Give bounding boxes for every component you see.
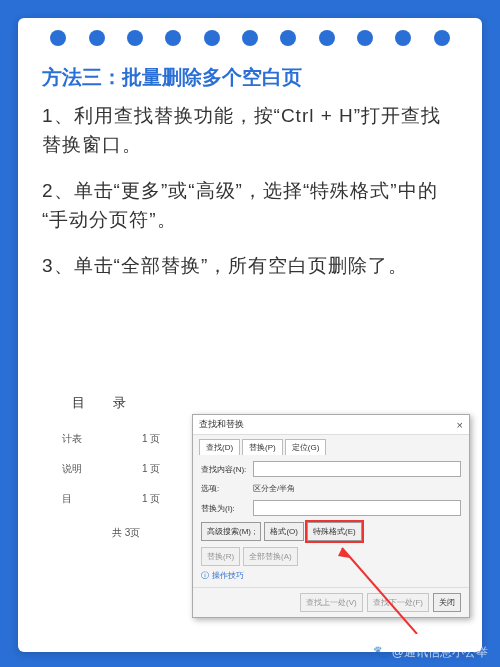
find-replace-dialog: 查找和替换 × 查找(D) 替换(P) 定位(G) 查找内容(N): 选项: 区… <box>192 414 470 618</box>
close-icon[interactable]: × <box>457 419 463 431</box>
dialog-body: 查找内容(N): 选项: 区分全/半角 替换为(I): 高级搜索(M) ; 格式… <box>193 455 469 587</box>
find-input[interactable] <box>253 461 461 477</box>
tab-goto[interactable]: 定位(G) <box>285 439 327 455</box>
find-prev-button[interactable]: 查找上一处(V) <box>300 593 363 612</box>
method-title: 方法三：批量删除多个空白页 <box>42 64 458 91</box>
watermark: 🐾 @通讯信息小公举 <box>373 644 488 661</box>
step-2: 2、单击“更多”或“高级”，选择“特殊格式”中的“手动分页符”。 <box>42 176 458 235</box>
tab-find[interactable]: 查找(D) <box>199 439 240 455</box>
format-button[interactable]: 格式(O) <box>264 522 304 541</box>
spiral-holes <box>18 30 482 46</box>
doc-total: 共 3页 <box>112 526 160 540</box>
step-1: 1、利用查找替换功能，按“Ctrl + H”打开查找替换窗口。 <box>42 101 458 160</box>
operation-hint[interactable]: ⓘ 操作技巧 <box>201 570 461 581</box>
find-next-button[interactable]: 查找下一处(F) <box>367 593 429 612</box>
close-button[interactable]: 关闭 <box>433 593 461 612</box>
doc-heading: 目 录 <box>72 394 160 412</box>
doc-row: 计表1 页 <box>62 432 160 446</box>
special-format-button[interactable]: 特殊格式(E) <box>307 522 362 541</box>
options-text: 区分全/半角 <box>253 483 295 494</box>
step-3: 3、单击“全部替换”，所有空白页删除了。 <box>42 251 458 280</box>
replace-input[interactable] <box>253 500 461 516</box>
replace-label: 替换为(I): <box>201 503 249 514</box>
dialog-button-row-1: 高级搜索(M) ; 格式(O) 特殊格式(E) <box>201 522 461 541</box>
dialog-title-text: 查找和替换 <box>199 418 244 431</box>
dialog-footer: 查找上一处(V) 查找下一处(F) 关闭 <box>193 587 469 617</box>
find-label: 查找内容(N): <box>201 464 249 475</box>
doc-row: 目1 页 <box>62 492 160 506</box>
dialog-titlebar: 查找和替换 × <box>193 415 469 435</box>
content-area: 方法三：批量删除多个空白页 1、利用查找替换功能，按“Ctrl + H”打开查找… <box>42 64 458 296</box>
paper-card: 方法三：批量删除多个空白页 1、利用查找替换功能，按“Ctrl + H”打开查找… <box>18 18 482 652</box>
options-label: 选项: <box>201 483 249 494</box>
tab-replace[interactable]: 替换(P) <box>242 439 283 455</box>
replace-button[interactable]: 替换(R) <box>201 547 240 566</box>
dialog-button-row-2: 替换(R) 全部替换(A) <box>201 547 461 566</box>
embedded-screenshot: 目 录 计表1 页 说明1 页 目1 页 共 3页 查找和替换 × 查找(D) … <box>42 388 458 632</box>
doc-row: 说明1 页 <box>62 462 160 476</box>
background-document: 目 录 计表1 页 说明1 页 目1 页 共 3页 <box>62 394 160 540</box>
advanced-search-button[interactable]: 高级搜索(M) ; <box>201 522 261 541</box>
info-icon: ⓘ <box>201 570 209 581</box>
replace-all-button[interactable]: 全部替换(A) <box>243 547 298 566</box>
dialog-tabs: 查找(D) 替换(P) 定位(G) <box>193 435 469 455</box>
